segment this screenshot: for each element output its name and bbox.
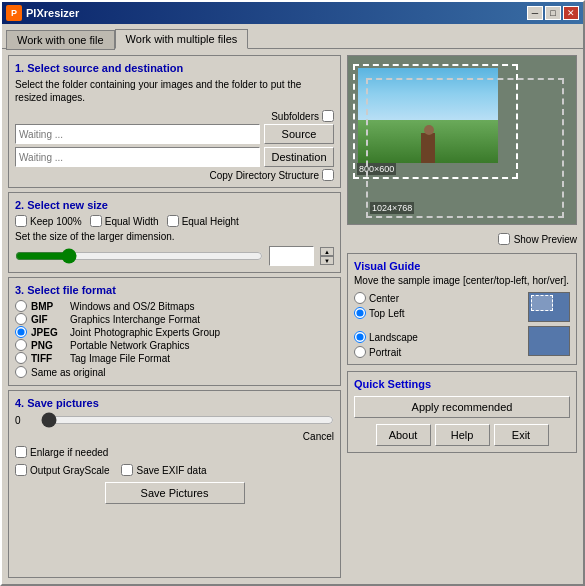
save-btn-row: Save Pictures — [15, 482, 334, 504]
format-gif-radio[interactable] — [15, 313, 27, 325]
about-button[interactable]: About — [376, 424, 431, 446]
source-button[interactable]: Source — [264, 124, 334, 144]
box-1024-label: 1024×768 — [370, 202, 414, 214]
copy-dir-checkbox[interactable] — [322, 169, 334, 181]
close-button[interactable]: ✕ — [563, 6, 579, 20]
exif-checkbox[interactable] — [121, 464, 133, 476]
format-tiff-radio[interactable] — [15, 352, 27, 364]
quality-row: 0 — [15, 413, 334, 427]
format-bmp-radio[interactable] — [15, 300, 27, 312]
right-panel: 800×600 1024×768 Show Preview Visual Gui… — [347, 55, 577, 578]
new-size-section: 2. Select new size Keep 100% Equal Width… — [8, 192, 341, 273]
equal-width-checkbox[interactable] — [90, 215, 102, 227]
format-same: Same as original — [15, 366, 334, 378]
bottom-checks: Enlarge if needed — [15, 446, 334, 458]
tab-bar: Work with one file Work with multiple fi… — [2, 24, 583, 49]
visual-guide-desc: Move the sample image [center/top-left, … — [354, 275, 570, 286]
format-png: PNG Portable Network Graphics — [15, 339, 334, 351]
title-bar: P PIXresizer ─ □ ✕ — [2, 2, 583, 24]
new-size-title: 2. Select new size — [15, 199, 334, 211]
minimize-button[interactable]: ─ — [527, 6, 543, 20]
save-pictures-button[interactable]: Save Pictures — [105, 482, 245, 504]
guide-content: Center Top Left Landscape — [354, 292, 570, 358]
source-row: Source — [15, 124, 334, 144]
equal-width-label[interactable]: Equal Width — [90, 215, 159, 227]
subfolders-row: Subfolders — [15, 110, 334, 122]
enlarge-label[interactable]: Enlarge if needed — [15, 446, 108, 458]
title-buttons: ─ □ ✕ — [527, 6, 579, 20]
format-same-radio[interactable] — [15, 366, 27, 378]
visual-guide-title: Visual Guide — [354, 260, 570, 272]
format-jpeg-radio[interactable] — [15, 326, 27, 338]
window-title: PIXresizer — [26, 7, 79, 19]
file-format-title: 3. Select file format — [15, 284, 334, 296]
subfolders-checkbox[interactable] — [322, 110, 334, 122]
preview-box: 800×600 1024×768 — [347, 55, 577, 225]
apply-recommended-button[interactable]: Apply recommended — [354, 396, 570, 418]
file-format-section: 3. Select file format BMP Windows and OS… — [8, 277, 341, 386]
tab-one-file[interactable]: Work with one file — [6, 30, 115, 50]
destination-button[interactable]: Destination — [264, 147, 334, 167]
exif-label[interactable]: Save EXIF data — [121, 464, 206, 476]
guide-spacer — [354, 322, 418, 328]
preview-inner: 800×600 1024×768 — [348, 56, 576, 224]
equal-height-label[interactable]: Equal Height — [167, 215, 239, 227]
quality-slider[interactable] — [41, 413, 334, 427]
show-preview-row: Show Preview — [347, 231, 577, 247]
guide-landscape-label[interactable]: Landscape — [354, 331, 418, 343]
app-icon: P — [6, 5, 22, 21]
guide-thumb-inner — [531, 295, 553, 311]
guide-center-radio[interactable] — [354, 292, 366, 304]
guide-portrait-radio[interactable] — [354, 346, 366, 358]
visual-guide-section: Visual Guide Move the sample image [cent… — [347, 253, 577, 365]
dest-row: Destination — [15, 147, 334, 167]
grayscale-label[interactable]: Output GrayScale — [15, 464, 109, 476]
grayscale-checkbox[interactable] — [15, 464, 27, 476]
help-button[interactable]: Help — [435, 424, 490, 446]
maximize-button[interactable]: □ — [545, 6, 561, 20]
save-section: 4. Save pictures 0 Cancel Enlarge if nee… — [8, 390, 341, 578]
main-content: 1. Select source and destination Select … — [2, 49, 583, 584]
format-png-radio[interactable] — [15, 339, 27, 351]
show-preview-checkbox[interactable] — [498, 233, 510, 245]
guide-portrait-label[interactable]: Portrait — [354, 346, 418, 358]
exit-button[interactable]: Exit — [494, 424, 549, 446]
bottom-buttons: About Help Exit — [354, 424, 570, 446]
quick-settings-title: Quick Settings — [354, 378, 570, 390]
guide-thumb-landscape — [528, 326, 570, 356]
guide-thumb-topleft — [528, 292, 570, 322]
guide-topleft-radio[interactable] — [354, 307, 366, 319]
enlarge-checkbox[interactable] — [15, 446, 27, 458]
dest-path-input[interactable] — [15, 147, 260, 167]
size-input[interactable]: 600 — [269, 246, 314, 266]
format-tiff: TIFF Tag Image File Format — [15, 352, 334, 364]
source-path-input[interactable] — [15, 124, 260, 144]
format-gif: GIF Graphics Interchange Format — [15, 313, 334, 325]
cancel-text: Cancel — [15, 431, 334, 442]
format-bmp: BMP Windows and OS/2 Bitmaps — [15, 300, 334, 312]
save-title: 4. Save pictures — [15, 397, 334, 409]
source-dest-desc: Select the folder containing your images… — [15, 78, 334, 104]
guide-thumbs — [528, 292, 570, 356]
main-window: P PIXresizer ─ □ ✕ Work with one file Wo… — [0, 0, 585, 586]
slider-row: 600 ▲ ▼ — [15, 246, 334, 266]
left-panel: 1. Select source and destination Select … — [8, 55, 341, 578]
size-spin-up[interactable]: ▲ — [320, 247, 334, 256]
quick-settings-section: Quick Settings Apply recommended About H… — [347, 371, 577, 453]
size-slider[interactable] — [15, 248, 263, 264]
keep100-checkbox[interactable] — [15, 215, 27, 227]
equal-height-checkbox[interactable] — [167, 215, 179, 227]
box-1024: 1024×768 — [366, 78, 564, 218]
keep100-label[interactable]: Keep 100% — [15, 215, 82, 227]
source-dest-title: 1. Select source and destination — [15, 62, 334, 74]
bottom-checks-2: Output GrayScale Save EXIF data — [15, 464, 334, 476]
size-spinner: ▲ ▼ — [320, 247, 334, 265]
size-spin-down[interactable]: ▼ — [320, 256, 334, 265]
source-dest-section: 1. Select source and destination Select … — [8, 55, 341, 188]
tab-multiple-files[interactable]: Work with multiple files — [115, 29, 249, 49]
copy-dir-row: Copy Directory Structure — [15, 169, 334, 181]
format-jpeg: JPEG Joint Photographic Experts Group — [15, 326, 334, 338]
guide-landscape-radio[interactable] — [354, 331, 366, 343]
guide-center-label[interactable]: Center — [354, 292, 418, 304]
guide-topleft-label[interactable]: Top Left — [354, 307, 418, 319]
